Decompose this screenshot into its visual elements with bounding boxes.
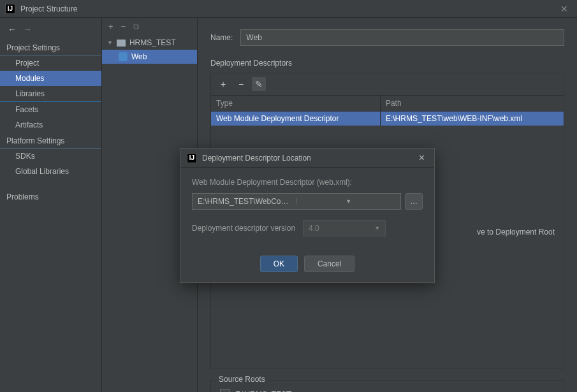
folder-icon bbox=[117, 40, 126, 47]
chevron-down-icon: ▼ bbox=[374, 225, 380, 231]
dd-edit-icon[interactable]: ✎ bbox=[252, 77, 266, 91]
dd-col-type[interactable]: Type bbox=[211, 96, 380, 112]
browse-button[interactable]: … bbox=[405, 193, 423, 210]
nav-artifacts[interactable]: Artifacts bbox=[0, 117, 101, 133]
nav-problems[interactable]: Problems bbox=[0, 189, 101, 205]
window-title: Project Structure bbox=[20, 4, 557, 13]
forward-icon: → bbox=[23, 24, 32, 34]
dd-col-path[interactable]: Path bbox=[380, 96, 564, 112]
version-label: Deployment descriptor version bbox=[192, 224, 295, 233]
section-project-settings: Project Settings bbox=[0, 40, 101, 55]
nav-project[interactable]: Project bbox=[0, 55, 101, 71]
dialog-app-icon: IJ bbox=[187, 153, 197, 163]
nav-facets[interactable]: Facets bbox=[0, 102, 101, 117]
dialog-title: Deployment Descriptor Location bbox=[202, 154, 311, 163]
deploy-root-text: ve to Deployment Root bbox=[477, 228, 555, 236]
path-value: E:\HRMS_TEST\WebContent\WEB-INF\web.xml bbox=[193, 197, 296, 206]
name-label: Name: bbox=[210, 33, 233, 42]
nav-modules[interactable]: Modules bbox=[0, 71, 101, 86]
dd-row-type: Web Module Deployment Descriptor bbox=[211, 112, 380, 126]
dd-add-icon[interactable]: + bbox=[216, 77, 230, 91]
cancel-button[interactable]: Cancel bbox=[304, 256, 354, 272]
window-titlebar: IJ Project Structure ✕ bbox=[0, 0, 577, 18]
table-row[interactable]: Web Module Deployment Descriptor E:\HRMS… bbox=[211, 112, 564, 126]
dialog-close-icon[interactable]: ✕ bbox=[416, 153, 428, 163]
version-select[interactable]: 4.0 ▼ bbox=[303, 220, 386, 236]
chevron-down-icon: ▼ bbox=[107, 40, 113, 46]
tree-web-label: Web bbox=[131, 52, 147, 61]
add-icon[interactable]: + bbox=[108, 22, 113, 32]
tree-item-web[interactable]: Web bbox=[102, 50, 197, 64]
nav-global-libraries[interactable]: Global Libraries bbox=[0, 164, 101, 179]
source-root-checkbox[interactable]: ✓ bbox=[220, 389, 230, 392]
tree-root-label: HRMS_TEST bbox=[129, 38, 176, 47]
nav-sdks[interactable]: SDKs bbox=[0, 149, 101, 164]
ok-button[interactable]: OK bbox=[260, 256, 298, 272]
dd-row-path: E:\HRMS_TEST\web\WEB-INF\web.xml bbox=[380, 112, 564, 126]
dd-table: Type Path Web Module Deployment Descript… bbox=[211, 95, 564, 126]
version-value: 4.0 bbox=[309, 224, 319, 233]
name-input[interactable] bbox=[240, 29, 564, 46]
dialog-field-label: Web Module Deployment Descriptor (web.xm… bbox=[192, 178, 423, 187]
web-facet-icon bbox=[119, 52, 128, 61]
remove-icon[interactable]: − bbox=[121, 22, 126, 32]
path-combo[interactable]: E:\HRMS_TEST\WebContent\WEB-INF\web.xml … bbox=[192, 193, 401, 210]
section-platform-settings: Platform Settings bbox=[0, 133, 101, 149]
copy-icon[interactable]: ⧉ bbox=[133, 22, 139, 32]
source-roots-group: Source Roots ✓ E:\HRMS_TEST\src bbox=[210, 380, 564, 392]
dd-remove-icon[interactable]: − bbox=[234, 77, 248, 91]
app-icon: IJ bbox=[5, 4, 15, 14]
settings-sidebar: ← → Project Settings Project Modules Lib… bbox=[0, 18, 102, 392]
close-icon[interactable]: ✕ bbox=[557, 4, 572, 14]
deploy-descriptors-label: Deployment Descriptors bbox=[210, 57, 564, 68]
source-roots-title: Source Roots bbox=[215, 375, 269, 384]
back-icon[interactable]: ← bbox=[8, 24, 17, 34]
deploy-descriptor-dialog: IJ Deployment Descriptor Location ✕ Web … bbox=[180, 148, 435, 283]
tree-item-root[interactable]: ▼ HRMS_TEST bbox=[102, 36, 197, 50]
nav-libraries[interactable]: Libraries bbox=[0, 86, 101, 102]
chevron-down-icon[interactable]: ▼ bbox=[296, 198, 401, 205]
